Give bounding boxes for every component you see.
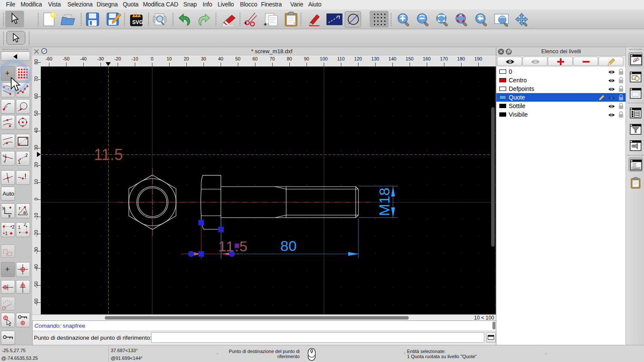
svg-text:1: 1 bbox=[18, 160, 21, 165]
svg-text:+: + bbox=[244, 20, 247, 26]
svg-text:y: y bbox=[2, 205, 5, 210]
svg-text:11.5: 11.5 bbox=[218, 238, 248, 254]
svg-text:a: a bbox=[23, 210, 26, 215]
svg-text:2: 2 bbox=[25, 153, 28, 158]
svg-text:x: x bbox=[8, 213, 11, 217]
svg-text:+: + bbox=[264, 21, 267, 27]
svg-text:command: command bbox=[633, 168, 639, 169]
svg-text:80: 80 bbox=[280, 238, 297, 254]
svg-text:M18: M18 bbox=[376, 187, 392, 216]
svg-text:!: ! bbox=[24, 173, 26, 180]
svg-text:2: 2 bbox=[12, 225, 15, 229]
svg-text:1: 1 bbox=[5, 231, 8, 236]
svg-text:1: 1 bbox=[18, 225, 21, 230]
svg-text:11.5: 11.5 bbox=[94, 146, 123, 163]
svg-text:2: 2 bbox=[24, 223, 26, 227]
svg-text:SVG: SVG bbox=[132, 19, 143, 25]
svg-text:r: r bbox=[19, 205, 21, 211]
